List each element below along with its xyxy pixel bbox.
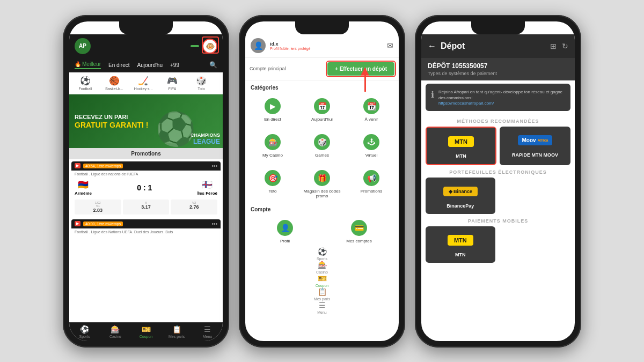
cat-icon-aujourdhui: 📅 (314, 98, 330, 114)
nav-sports-1[interactable]: ⚽ Sports (69, 325, 100, 338)
mail-icon[interactable]: ✉ (387, 41, 393, 50)
method-mtn-mobile[interactable]: MTN MTN (426, 226, 495, 263)
phone3-screen: ← Dépot ⊞ ↻ DÉPÔT 1055350057 Types de sy… (421, 34, 575, 263)
moov-logo: Moov Africa (518, 135, 553, 145)
match2-dots[interactable]: ••• (211, 221, 217, 227)
sport-basketball[interactable]: 🏀 Basket-b... (103, 76, 126, 91)
nav-coupon-1[interactable]: 🎫 Coupon (130, 325, 161, 338)
match1-header: ▶ 40:54, 1ère mi-temps ••• (71, 161, 221, 171)
nav-sports-2[interactable]: ⚽ Sports (245, 247, 399, 261)
odd-v1[interactable]: 1X2 V1 2.83 (75, 200, 121, 215)
notch-3 (471, 21, 525, 34)
cat-magasin[interactable]: 🎁 Magasin des codes promo (299, 165, 345, 202)
cat-virtuel[interactable]: 🕹 Virtuel (348, 129, 394, 161)
phone1-nav-tabs: Meilleur En direct Aujourd'hu +99 🔍 (69, 58, 223, 72)
back-arrow[interactable]: ← (428, 41, 436, 51)
nav-mes-paris-2[interactable]: 📋 Mes paris (245, 287, 399, 301)
casino-icon-1: 🎰 (111, 325, 120, 334)
refresh-icon[interactable]: ↻ (562, 42, 568, 50)
cat-en-direct[interactable]: ▶ En direct (250, 93, 296, 125)
cat-toto[interactable]: 🎯 Toto (250, 165, 296, 202)
sport-fifa[interactable]: 🎮 FIFA (160, 76, 184, 91)
mtn-mobile-label: MTN (455, 252, 466, 257)
binance-logo-container: ◆ Binance (443, 183, 478, 200)
live-badge-1: ▶ (75, 163, 80, 168)
grid-icon[interactable]: ⊞ (550, 42, 557, 50)
cat-label-promotions: Promotions (361, 189, 382, 194)
tab-aujourdhui[interactable]: Aujourd'hu (137, 62, 163, 68)
cat-promotions[interactable]: 📢 Promotions (348, 165, 394, 202)
tab-en-direct[interactable]: En direct (108, 62, 129, 68)
mtn-logo-recommended: MTN (448, 133, 474, 150)
team-feroe: 🇫🇴 Îles Féroé (197, 180, 217, 196)
casino-label-2: Casino (316, 270, 328, 274)
method-mtn-recommended[interactable]: MTN MTN (426, 127, 496, 165)
info-link[interactable]: https://mobcashafropari.com/ (438, 101, 565, 106)
nav-casino-1[interactable]: 🎰 Casino (100, 325, 130, 338)
cat-aujourdhui[interactable]: 📅 Aujourd'hui (299, 93, 345, 125)
cat-a-venir[interactable]: 📆 À venir (348, 93, 394, 125)
binance-logo: ◆ Binance (443, 187, 478, 196)
odd-value-v1: 2.83 (76, 208, 120, 213)
categories-grid: ▶ En direct 📅 Aujourd'hui 📆 À venir (245, 93, 399, 202)
phone2-deposit-section: Compte principal + Effectuer un dépôt (245, 58, 399, 80)
page-title: Dépot (441, 41, 546, 51)
odd-v2[interactable]: V2 2.76 (171, 200, 217, 215)
odd-value-x: 3.17 (124, 204, 169, 210)
basketball-label: Basket-b... (105, 87, 123, 91)
match1-dots[interactable]: ••• (211, 163, 217, 169)
tab-more[interactable]: +99 (170, 62, 179, 68)
compte-grid: 👤 Profil 💳 Mes comptes (245, 215, 399, 247)
cat-label-en-direct: En direct (264, 117, 281, 122)
sport-football[interactable]: ⚽ Football (74, 76, 97, 91)
tab-meilleur[interactable]: Meilleur (75, 61, 101, 69)
cat-my-casino[interactable]: 🎰 My Casino (250, 129, 296, 161)
coupon-label-1: Coupon (140, 335, 153, 338)
football-icon: ⚽ (80, 76, 91, 86)
mtn-logo-mobile: MTN (448, 235, 473, 246)
casino-icon-2: 🎰 (318, 261, 327, 269)
sport-toto[interactable]: 🎲 Toto (189, 76, 213, 91)
portefeuilles-label: PORTEFEUILLES ÉLECTRONIQUES (421, 165, 575, 178)
nav-menu-2[interactable]: ☰ Menu (245, 301, 399, 314)
nav-coupon-2[interactable]: 🎫 Coupon (245, 274, 399, 287)
notch-2 (295, 21, 349, 34)
team-name-armenie: Arménie (75, 191, 92, 196)
cat-icon-games: 🎲 (314, 134, 330, 150)
recommended-label: MÉTHODES RECOMMANDÉES (421, 114, 575, 127)
banner-text-line2: GRATUIT GARANTI ! (75, 121, 148, 129)
phone2-bottom-nav: ⚽ Sports 🎰 Casino 🎫 Coupon 📋 Mes paris (245, 247, 399, 314)
nav-casino-2[interactable]: 🎰 Casino (245, 261, 399, 274)
odd-x[interactable]: X 3.17 (123, 200, 170, 215)
mes-paris-label-2: Mes paris (314, 297, 330, 301)
phone2-user-status: Profil faible, ient protégé (270, 47, 383, 50)
avatar-icon[interactable]: 🐵 (202, 39, 217, 54)
match2-league: Football . Ligue des Nations UEFA. Duel … (71, 228, 221, 235)
cat-mes-comptes[interactable]: 💳 Mes comptes (324, 215, 394, 247)
method-moov-recommended[interactable]: Moov Africa RAPIDE MTN MOOV (500, 127, 570, 165)
info-icon: ℹ (431, 90, 434, 100)
cat-profil[interactable]: 👤 Profil (250, 215, 320, 247)
phone-3: ← Dépot ⊞ ↻ DÉPÔT 1055350057 Types de sy… (415, 15, 581, 348)
sports-label-2: Sports (317, 257, 327, 261)
phone-2: 👤 id.x Profil faible, ient protégé ✉ Com… (239, 15, 405, 348)
nav-mes-paris-1[interactable]: 📋 Mes paris (162, 325, 192, 338)
mtn-method-label: MTN (456, 153, 466, 159)
cat-games[interactable]: 🎲 Games (299, 129, 345, 161)
cat-label-my-casino: My Casino (262, 153, 283, 158)
cat-icon-magasin: 🎁 (314, 170, 330, 186)
paiements-label: PAIEMENTS MOBILES (421, 214, 575, 226)
odd-value-v2: 2.76 (172, 204, 216, 210)
sport-autre[interactable]: ➕ Autre... (218, 76, 223, 91)
nav-menu-1[interactable]: ☰ Menu (192, 325, 223, 338)
flag-armenie: 🇦🇲 (78, 180, 89, 190)
match-card-2: ▶ 40:00, 1ère mi-temps ••• Football . Li… (71, 219, 221, 235)
compte-section-label: Compte (245, 202, 399, 215)
method-binance[interactable]: ◆ Binance BinancePay (426, 178, 495, 214)
sport-hockey[interactable]: 🏒 Hockey s... (131, 76, 155, 91)
deposit-button[interactable]: + Effectuer un dépôt (327, 62, 394, 76)
match1-time: 40:54, 1ère mi-temps (83, 164, 123, 168)
search-icon[interactable]: 🔍 (209, 61, 217, 69)
cat-label-toto: Toto (268, 189, 276, 194)
casino-label-1: Casino (109, 335, 121, 338)
